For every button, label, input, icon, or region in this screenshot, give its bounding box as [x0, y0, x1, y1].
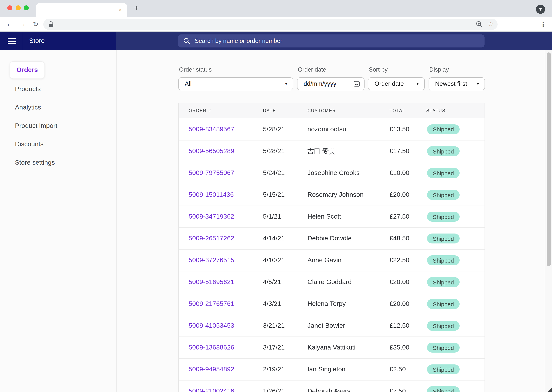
order-date: 5/24/21 — [263, 169, 307, 177]
main-panel: Order status All ▼ Order date dd/mm/yyyy… — [116, 50, 552, 392]
browser-tab-strip: × + — [0, 0, 552, 17]
calendar-icon[interactable] — [354, 81, 360, 86]
browser-menu-icon[interactable]: ⋮ — [539, 21, 547, 28]
forward-button[interactable]: → — [16, 20, 29, 28]
order-total: £27.50 — [389, 213, 426, 221]
order-number-link[interactable]: 5009-79755067 — [189, 169, 263, 177]
page-scrollbar[interactable] — [545, 50, 552, 392]
order-number-link[interactable]: 5009-15011436 — [189, 191, 263, 199]
order-number-link[interactable]: 5009-41053453 — [189, 322, 263, 329]
reload-button[interactable]: ↻ — [29, 20, 42, 28]
order-date: 1/26/21 — [263, 387, 307, 392]
column-header: TOTAL — [389, 108, 426, 113]
sidebar-item[interactable]: Analytics — [0, 98, 116, 117]
table-row: 5009-21765761 4/3/21 Helena Torpy £20.00… — [179, 293, 485, 315]
table-row: 5009-94954892 2/19/21 Ian Singleton £2.5… — [179, 358, 485, 380]
sidebar-item[interactable]: Discounts — [0, 135, 116, 154]
table-row: 5009-21002416 1/26/21 Deborah Ayers £7.5… — [179, 380, 485, 392]
order-number-link[interactable]: 5009-83489567 — [189, 125, 263, 133]
table-row: 5009-15011436 5/15/21 Rosemary Johnson £… — [179, 184, 485, 206]
customer-name: Ian Singleton — [307, 366, 389, 373]
sort-by-select[interactable]: Order date ▼ — [368, 77, 425, 90]
customer-name: 吉田 愛美 — [307, 147, 389, 156]
resize-corner — [548, 388, 552, 392]
order-number-link[interactable]: 5009-94954892 — [189, 366, 263, 373]
sidebar: Orders Products Analytics Product import… — [0, 50, 116, 392]
window-zoom-button[interactable] — [24, 5, 29, 10]
sidebar-item[interactable]: Products — [0, 80, 116, 98]
new-tab-button[interactable]: + — [132, 2, 141, 14]
status-badge: Shipped — [427, 146, 460, 156]
order-date: 4/10/21 — [263, 257, 307, 264]
order-number-link[interactable]: 5009-37276515 — [189, 257, 263, 264]
customer-name: Deborah Ayers — [307, 387, 389, 392]
order-date: 4/14/21 — [263, 235, 307, 242]
order-date-input[interactable]: dd/mm/yyyy — [297, 77, 364, 90]
bookmark-star-icon[interactable]: ☆ — [488, 21, 494, 28]
order-total: £20.00 — [389, 300, 426, 308]
order-total: £20.00 — [389, 278, 426, 286]
status-badge: Shipped — [427, 364, 460, 374]
customer-name: Helena Torpy — [307, 300, 389, 308]
order-number-link[interactable]: 5009-13688626 — [189, 344, 263, 351]
chevron-down-icon — [539, 8, 542, 11]
order-date: 5/1/21 — [263, 213, 307, 221]
search-input[interactable]: Search by name or order number — [178, 35, 485, 48]
tab-close-icon[interactable]: × — [117, 6, 123, 14]
search-placeholder: Search by name or order number — [195, 37, 282, 44]
window-close-button[interactable] — [7, 5, 12, 10]
order-total: £35.00 — [389, 344, 426, 351]
column-header: STATUS — [426, 108, 485, 113]
order-number-link[interactable]: 5009-26517262 — [189, 235, 263, 242]
order-status-select[interactable]: All ▼ — [178, 77, 293, 90]
order-date: 5/28/21 — [263, 147, 307, 155]
table-row: 5009-83489567 5/28/21 nozomi ootsu £13.5… — [179, 118, 485, 140]
sidebar-item[interactable]: Store settings — [0, 154, 116, 172]
scrollbar-thumb[interactable] — [546, 52, 551, 266]
orders-table: ORDER # DATE CUSTOMER TOTAL STATUS 5009-… — [178, 103, 485, 392]
window-minimize-button[interactable] — [16, 5, 21, 10]
order-number-link[interactable]: 5009-51695621 — [189, 278, 263, 286]
order-total: £13.50 — [389, 125, 426, 133]
hamburger-menu-icon[interactable] — [8, 38, 16, 46]
back-button[interactable]: ← — [3, 20, 16, 28]
header-divider — [23, 32, 23, 50]
date-placeholder: dd/mm/yyyy — [304, 80, 336, 87]
search-icon — [183, 37, 190, 44]
order-number-link[interactable]: 5009-56505289 — [189, 147, 263, 155]
browser-tab[interactable]: × — [36, 3, 127, 17]
status-badge: Shipped — [427, 168, 460, 178]
status-badge: Shipped — [427, 190, 460, 200]
caret-down-icon: ▼ — [416, 82, 419, 86]
column-header: ORDER # — [189, 108, 263, 113]
order-total: £10.00 — [389, 169, 426, 177]
order-number-link[interactable]: 5009-34719362 — [189, 213, 263, 221]
sidebar-item-orders-active[interactable]: Orders — [10, 61, 45, 79]
table-row: 5009-79755067 5/24/21 Josephine Crooks £… — [179, 162, 485, 184]
status-badge: Shipped — [427, 343, 460, 353]
status-badge: Shipped — [427, 212, 460, 222]
zoom-icon[interactable] — [476, 21, 483, 28]
order-date-label: Order date — [298, 66, 364, 72]
caret-down-icon: ▼ — [476, 82, 479, 86]
order-total: £22.50 — [389, 257, 426, 264]
app-header: Store Search by name or order number — [0, 32, 552, 50]
browser-window: × + ← → ↻ ☆ ⋮ Store — [0, 0, 552, 392]
customer-name: nozomi ootsu — [307, 125, 389, 133]
address-bar[interactable]: ☆ — [43, 19, 498, 30]
customer-name: Rosemary Johnson — [307, 191, 389, 199]
tab-search-button[interactable] — [536, 5, 545, 14]
customer-name: Anne Gavin — [307, 257, 389, 264]
order-number-link[interactable]: 5009-21002416 — [189, 387, 263, 392]
customer-name: Claire Goddard — [307, 278, 389, 286]
caret-down-icon: ▼ — [284, 82, 288, 86]
display-select[interactable]: Newest first ▼ — [429, 77, 485, 90]
order-date: 2/19/21 — [263, 366, 307, 373]
sidebar-item[interactable]: Product import — [0, 117, 116, 135]
store-title: Store — [29, 37, 45, 45]
display-label: Display — [429, 66, 485, 72]
customer-name: Josephine Crooks — [307, 169, 389, 177]
order-number-link[interactable]: 5009-21765761 — [189, 300, 263, 308]
lock-icon[interactable] — [49, 21, 54, 27]
status-badge: Shipped — [427, 321, 460, 331]
